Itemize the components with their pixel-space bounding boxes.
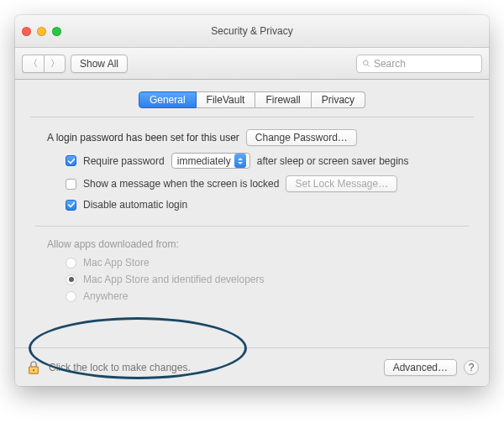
gatekeeper-title: Allow apps downloaded from: [47,238,469,250]
titlebar: Security & Privacy [15,15,489,48]
window-controls [22,27,61,36]
require-password-checkbox[interactable] [66,155,76,166]
tab-privacy[interactable]: Privacy [312,91,365,108]
lock-hint-text: Click the lock to make changes. [49,362,191,373]
general-panel: A login password has been set for this u… [30,117,474,314]
forward-button[interactable]: 〉 [44,55,66,73]
minimize-window-button[interactable] [37,27,46,36]
svg-point-4 [33,369,34,371]
svg-line-1 [367,65,369,66]
set-lock-message-button[interactable]: Set Lock Message… [286,175,397,192]
back-button[interactable]: 〈 [22,55,44,73]
checkmark-icon [67,157,76,165]
gatekeeper-option-label: Mac App Store [83,257,150,269]
toolbar: 〈 〉 Show All [15,48,489,80]
search-input[interactable] [374,58,476,70]
radio-button [66,274,76,285]
show-lock-message-checkbox[interactable] [66,179,76,190]
radio-button [66,258,76,269]
require-password-after-label: after sleep or screen saver begins [257,155,409,167]
change-password-button[interactable]: Change Password… [246,129,357,146]
chevron-left-icon: 〈 [29,57,38,70]
close-window-button[interactable] [22,27,31,36]
lock-icon[interactable] [25,359,42,376]
gatekeeper-option-appstore[interactable]: Mac App Store [66,257,469,269]
require-password-label: Require password [83,155,165,167]
radio-button [66,291,76,302]
tab-filevault[interactable]: FileVault [197,91,256,108]
gatekeeper-option-label: Mac App Store and identified developers [83,274,264,285]
search-icon [362,59,370,68]
stepper-caret-icon [234,154,246,168]
show-lock-message-label: Show a message when the screen is locked [83,178,279,190]
show-all-button[interactable]: Show All [71,55,128,73]
advanced-button[interactable]: Advanced… [384,359,457,376]
gatekeeper-option-label: Anywhere [83,290,128,302]
disable-auto-login-label: Disable automatic login [83,199,187,211]
bottom-bar: Click the lock to make changes. Advanced… [15,347,489,386]
checkmark-icon [67,201,76,209]
nav-segment: 〈 〉 [22,55,66,73]
gatekeeper-option-anywhere[interactable]: Anywhere [66,290,469,302]
tab-general[interactable]: General [139,91,197,108]
zoom-window-button[interactable] [52,27,61,36]
help-button[interactable]: ? [464,360,479,375]
require-password-delay-select[interactable]: immediately [171,153,250,169]
require-password-delay-value: immediately [177,155,231,167]
chevron-right-icon: 〉 [50,57,60,70]
tab-bar: General FileVault Firewall Privacy [15,91,489,108]
preferences-window: Security & Privacy 〈 〉 Show All General … [15,15,489,386]
tab-firewall[interactable]: Firewall [255,91,311,108]
window-title: Security & Privacy [15,25,489,37]
disable-auto-login-checkbox[interactable] [66,200,76,211]
search-field[interactable] [356,55,482,73]
login-password-note: A login password has been set for this u… [47,132,239,143]
gatekeeper-option-identified[interactable]: Mac App Store and identified developers [66,274,469,285]
